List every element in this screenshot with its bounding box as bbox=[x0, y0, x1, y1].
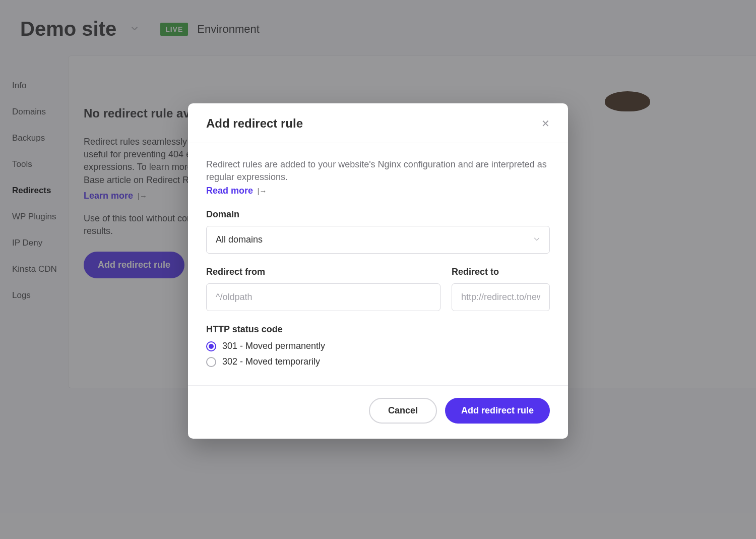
submit-button[interactable]: Add redirect rule bbox=[445, 398, 550, 424]
add-redirect-modal: Add redirect rule ✕ Redirect rules are a… bbox=[188, 103, 568, 439]
domain-select-value: All domains bbox=[216, 234, 263, 245]
read-more-link[interactable]: Read more bbox=[206, 186, 253, 196]
radio-icon bbox=[206, 341, 216, 351]
redirect-to-input[interactable] bbox=[452, 283, 550, 311]
read-more-row: Read more |→ bbox=[206, 186, 550, 196]
chevron-down-icon bbox=[533, 234, 540, 245]
http-status-group: HTTP status code 301 - Moved permanently… bbox=[206, 324, 550, 367]
redirect-from-group: Redirect from bbox=[206, 267, 440, 311]
radio-302-option[interactable]: 302 - Moved temporarily bbox=[206, 356, 550, 367]
domain-label: Domain bbox=[206, 209, 550, 220]
modal-title: Add redirect rule bbox=[206, 116, 303, 131]
redirect-from-input[interactable] bbox=[206, 283, 440, 311]
modal-description: Redirect rules are added to your website… bbox=[206, 158, 550, 184]
radio-301-label: 301 - Moved permanently bbox=[222, 341, 325, 351]
domain-select[interactable]: All domains bbox=[206, 226, 550, 254]
http-status-label: HTTP status code bbox=[206, 324, 550, 335]
modal-footer: Cancel Add redirect rule bbox=[188, 385, 568, 439]
radio-302-label: 302 - Moved temporarily bbox=[222, 356, 320, 367]
radio-icon bbox=[206, 357, 216, 367]
radio-301-option[interactable]: 301 - Moved permanently bbox=[206, 341, 550, 351]
redirect-to-group: Redirect to bbox=[452, 267, 550, 311]
close-icon[interactable]: ✕ bbox=[541, 117, 550, 130]
redirect-from-label: Redirect from bbox=[206, 267, 440, 277]
modal-overlay[interactable]: Add redirect rule ✕ Redirect rules are a… bbox=[0, 0, 756, 539]
external-link-icon: |→ bbox=[258, 187, 267, 195]
modal-header: Add redirect rule ✕ bbox=[188, 103, 568, 143]
cancel-button[interactable]: Cancel bbox=[369, 398, 437, 424]
domain-group: Domain All domains bbox=[206, 209, 550, 254]
modal-body: Redirect rules are added to your website… bbox=[188, 143, 568, 373]
redirect-row: Redirect from Redirect to bbox=[206, 267, 550, 311]
redirect-to-label: Redirect to bbox=[452, 267, 550, 277]
